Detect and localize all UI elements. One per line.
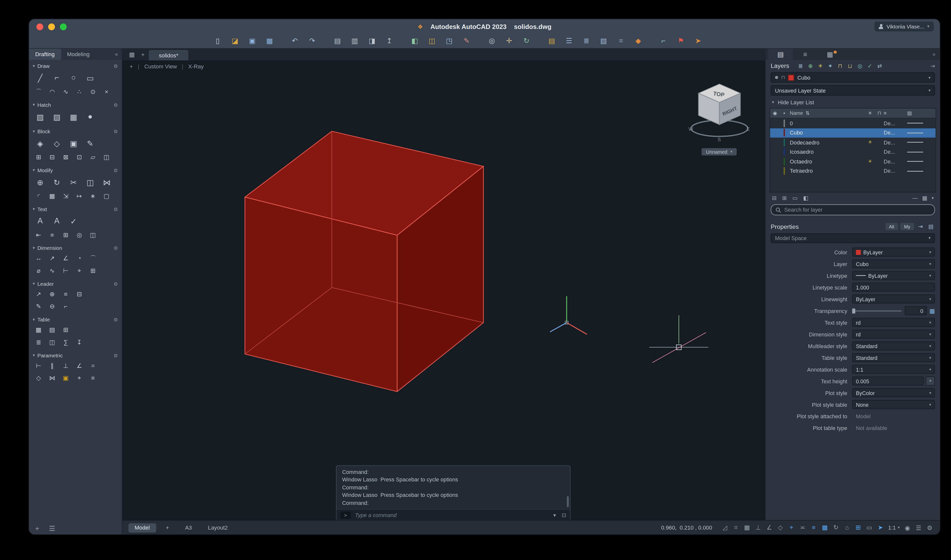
layer-linetype-line[interactable] [907,152,923,152]
section-settings-icon[interactable]: ⚙ [114,63,118,69]
define-attribute-icon[interactable]: ⊞ [33,152,45,162]
transparency-input[interactable]: 0 [905,306,927,315]
zoom-button[interactable] [60,23,67,30]
name-column-header[interactable]: Name [790,111,803,116]
ucs-icon[interactable] [550,296,587,334]
sheet-sets-icon[interactable]: ▧ [599,37,608,45]
pick-add-icon[interactable]: ▤ [927,223,935,229]
manage-attributes-icon[interactable]: ⊟ [46,152,58,162]
layer-settings-icon[interactable]: ⊟ [772,195,777,201]
minimize-button[interactable] [48,23,55,30]
color-column-icon[interactable]: ▪ [780,111,789,116]
blocks-palette-tab[interactable]: ▦ [818,49,842,60]
match-properties-icon[interactable]: ◧ [410,37,419,45]
layer-row[interactable]: Tetraedro De... [770,166,936,176]
section-header-modify[interactable]: ▾ Modify ⚙ [29,166,122,175]
multileader-style-dropdown[interactable]: Standard ▾ [852,341,935,350]
sync-attributes-icon[interactable]: ⊠ [60,152,72,162]
save-as-icon[interactable]: ▦ [265,37,274,45]
layer-name[interactable]: Icosaedro [789,149,865,155]
section-header-draw[interactable]: ▾ Draw ⚙ [29,62,122,70]
layer-color-swatch[interactable] [784,148,785,156]
view-cube[interactable]: W S E TOP RIGHT [687,79,751,145]
center-constraint-icon[interactable]: ⌖ [73,373,85,383]
drawing-canvas[interactable] [122,60,765,520]
linetype-dropdown[interactable]: ByLayer ▾ [852,271,935,280]
layer-name[interactable]: 0 [789,120,865,126]
panel-pin-icon[interactable]: ⇥ [930,63,935,69]
ungroup-icon[interactable]: ◫ [101,152,113,162]
perpendicular-constraint-icon[interactable]: ⊥ [60,360,72,371]
leader-edit-icon[interactable]: ⌐ [60,301,72,312]
spline-icon[interactable]: ∿ [60,86,72,97]
layer-linetype-line[interactable] [907,171,923,171]
3d-object-snap-icon[interactable]: ⌂ [843,524,851,531]
command-input-row[interactable]: > Type a command ▾ ⊡ [337,509,570,520]
layer-color-swatch[interactable] [784,129,785,137]
measure-icon[interactable]: × [101,86,113,97]
table-style-dropdown[interactable]: Standard ▾ [852,353,935,362]
layer-lineweight[interactable]: De... [883,139,907,146]
block-editor-icon[interactable]: ✎ [83,136,97,150]
layer-walk-icon[interactable]: ⇄ [875,63,883,69]
lock-column-icon[interactable]: ⊓ [875,111,884,116]
group-icon[interactable]: ▱ [87,152,99,162]
text-height-input[interactable]: 0.005 [852,376,924,386]
layer-name[interactable]: Cubo [789,130,865,136]
annotation-scale-button[interactable]: 1:1 ▾ [888,525,900,531]
ellipse-icon[interactable]: ◠ [46,86,58,97]
equal-constraint-icon[interactable]: = [87,360,99,371]
dimension-style-dropdown[interactable]: rd ▾ [852,329,935,338]
filter-my-button[interactable]: My [900,223,914,230]
erase-icon[interactable]: ▢ [101,191,113,201]
formula-icon[interactable]: ∑ [60,337,72,348]
lineweight-dropdown[interactable]: ByLayer ▾ [852,294,935,303]
data-link-icon[interactable]: ⊞ [60,325,72,335]
redo-icon[interactable]: ↷ [307,37,317,45]
section-settings-icon[interactable]: ⚙ [114,317,118,322]
arc-icon[interactable]: ⌒ [33,86,45,97]
rectangle-icon[interactable]: ▭ [83,71,97,85]
selection-cycling-icon[interactable]: ↻ [832,524,840,531]
isolate-layer-icon[interactable]: ◎ [856,63,864,69]
zoom-icon[interactable]: ◎ [487,37,496,45]
layer-row-selected[interactable]: Cubo De... [770,128,936,137]
layer-row[interactable]: Dodecaedro ☀ De... [770,137,936,147]
markup-icon[interactable]: ✎ [462,37,471,45]
layer-list-header[interactable]: ◉ ▪ Name ⇅ ☀ ⊓ ≡ ▤ [770,109,936,118]
publish-icon[interactable]: ↥ [385,37,394,45]
plot-column-icon[interactable]: ▤ [907,111,936,116]
invert-filter-icon[interactable]: ◧ [803,195,808,201]
plot-style-dropdown[interactable]: ByColor ▾ [852,388,935,397]
table-cell-icon[interactable]: ◫ [46,337,58,348]
aligned-dimension-icon[interactable]: ↗ [46,253,58,263]
paste-icon[interactable]: ◫ [427,37,436,45]
reference-manager-icon[interactable]: ⌗ [617,37,626,45]
ortho-mode-icon[interactable]: ⊥ [754,524,762,531]
collect-leaders-icon[interactable]: ⊟ [73,289,85,299]
quick-select-icon[interactable]: ⇥ [916,223,924,229]
layer-color-swatch[interactable] [784,120,785,127]
object-snap-tracking-icon[interactable]: ≍ [798,524,807,531]
explode-icon[interactable]: ∗ [87,191,99,201]
visibility-column-icon[interactable]: ◉ [770,111,780,116]
properties-palette-tab[interactable]: ≡ [793,49,818,60]
infer-constraints-icon[interactable]: ◿ [721,524,729,531]
selection-cursor-icon[interactable]: ➤ [876,524,884,531]
spell-check-icon[interactable]: ✓ [66,214,81,228]
section-settings-icon[interactable]: ⚙ [114,245,118,251]
coincident-constraint-icon[interactable]: ◇ [33,373,45,383]
sort-icon[interactable]: ⇅ [805,111,810,116]
find-text-icon[interactable]: ◎ [73,229,85,240]
ordinate-dimension-icon[interactable]: ⊢ [60,265,72,276]
section-settings-icon[interactable]: ⚙ [114,129,118,134]
tab-drafting[interactable]: Drafting [29,49,61,60]
layer-linetype-line[interactable] [907,161,923,162]
export-table-icon[interactable]: ↧ [73,337,85,348]
view-menu[interactable]: Custom View [144,64,177,70]
layer-lineweight[interactable]: De... [883,149,907,155]
center-mark-icon[interactable]: ⌖ [73,265,85,276]
section-header-block[interactable]: ▾ Block ⚙ [29,127,122,136]
tool-sets-icon[interactable]: ▤ [547,37,556,45]
annotation-visibility-icon[interactable]: ◉ [903,524,911,531]
